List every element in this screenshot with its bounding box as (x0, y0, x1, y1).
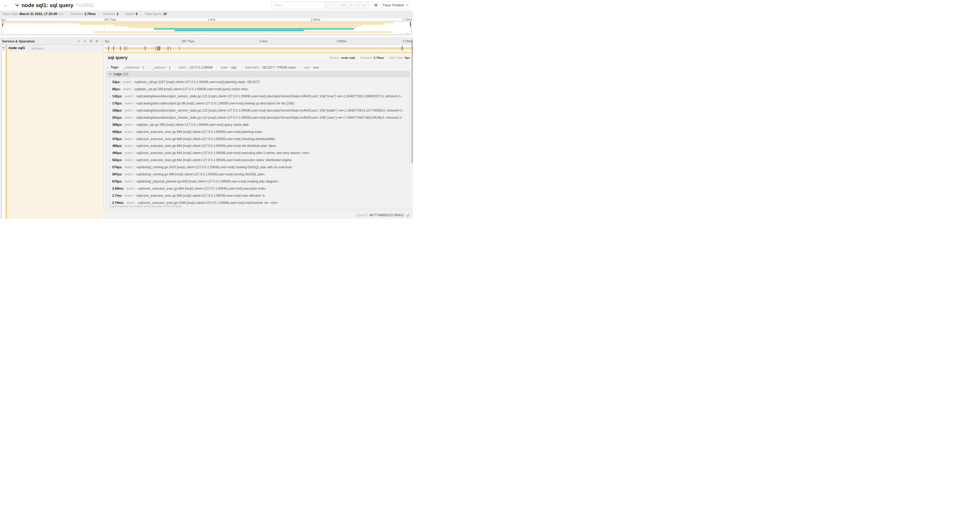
copy-link-icon[interactable] (406, 213, 410, 217)
log-field-key: event (125, 123, 132, 126)
trace-view-selector[interactable]: Trace Timeline (382, 1, 409, 9)
equals-sign: = (133, 151, 135, 155)
vertical-scrollbar[interactable] (412, 40, 413, 163)
log-entry-row[interactable]: ›366μs:event=‹sql/plan_opt.go:358 [nsql1… (107, 121, 410, 128)
keyboard-shortcuts-button[interactable]: ⌘ (372, 1, 380, 9)
chevron-right-icon: › (109, 115, 112, 120)
log-timestamp: 486μs: (112, 144, 123, 148)
span-log-tick-marker (402, 46, 402, 51)
tag-key: user (304, 65, 310, 69)
minimap-span-bar (129, 27, 357, 28)
locate-span-icon[interactable] (342, 3, 346, 7)
back-button[interactable]: ← (0, 0, 12, 11)
span-name-cell[interactable]: node sql1 sql query (0, 45, 103, 52)
minimap-right-scrubber-handle[interactable] (410, 22, 411, 26)
log-entry-row[interactable]: ›678μs:event=‹sql/distsql_physical_plann… (107, 178, 410, 185)
span-row: node sql1 sql query (0, 45, 413, 52)
log-entry-row[interactable]: ›476μs:event=‹sql/conn_executor_exec.go:… (107, 135, 410, 142)
separator (99, 13, 99, 16)
collapse-all-double-chevron-down-icon[interactable] (89, 39, 93, 43)
log-field-key: event (123, 87, 130, 91)
log-timestamp: 495μs: (112, 151, 123, 155)
span-detail-accent-bar (105, 52, 413, 53)
log-entry-row[interactable]: ›2.7ms:event=‹sql/conn_executor_exec.go:… (107, 192, 410, 199)
log-entry-row[interactable]: ›176μs:event=‹sql/catalog/descs/descript… (107, 100, 410, 107)
expand-one-chevron-right-icon[interactable] (83, 39, 87, 43)
find-input[interactable] (272, 1, 324, 9)
separator (358, 56, 358, 59)
collapse-trace-chevron-down-icon[interactable] (15, 4, 19, 6)
column-resize-grip[interactable] (101, 40, 102, 43)
clear-find-close-icon[interactable]: ✕ (363, 3, 366, 7)
collapse-children-chevron-down-icon[interactable] (2, 47, 5, 49)
minimap-span-bar (79, 24, 383, 25)
log-field-value: ‹sql/conn_executor_exec.go:684 [nsql1,cl… (136, 158, 293, 162)
logs-header[interactable]: Logs (18) (107, 71, 410, 77)
chevron-right-icon: › (109, 172, 112, 176)
log-field-value: ‹sql/conn_executor_exec.go:684 [nsql1,cl… (137, 187, 266, 190)
equals-sign: = (133, 158, 135, 162)
log-entry-row[interactable]: ›597μs:event=‹sql/distsql_running.go:498… (107, 171, 410, 178)
expand-all-double-chevron-right-icon[interactable] (95, 39, 99, 43)
tag-key: node (220, 65, 228, 69)
page-title: node sql1: sql query (22, 2, 73, 8)
start-time-label: Start Time: (389, 56, 404, 59)
equals-sign: = (228, 65, 230, 69)
log-entry-row[interactable]: ›495μs:event=‹sql/conn_executor_exec.go:… (107, 150, 410, 156)
tags-row[interactable]: › Tags: _unfinished=1 _verbose=1 client=… (107, 65, 410, 69)
log-timestamp: 678μs: (112, 180, 123, 183)
log-timestamp: 34μs: (112, 80, 121, 84)
log-field-value: ‹sql/conn_executor_exec.go:684 [nsql1,cl… (136, 151, 310, 155)
log-entry-row[interactable]: ›459μs:event=‹sql/conn_executor_exec.go:… (107, 128, 410, 135)
ruler-tick-label: 2.09ms (337, 40, 347, 43)
equals-sign: = (310, 65, 312, 69)
find-next-chevron-down-icon[interactable] (356, 4, 360, 6)
minimap-canvas[interactable] (2, 21, 411, 35)
log-entry-row[interactable]: ›486μs:event=‹sql/conn_executor_exec.go:… (107, 142, 410, 150)
equals-sign: = (133, 180, 135, 183)
minimap-tick-label: 2.09ms (311, 18, 320, 21)
span-detail-panel: sql query Service: node sql1 Duration: 2… (103, 52, 413, 219)
service-operation-header: Service & Operation (0, 38, 103, 44)
equals-sign: = (133, 94, 135, 98)
ruler-tick-label: 0μs (105, 40, 110, 43)
timeline-header-row: Service & Operation 0μs697.75μs1.4ms2.09… (0, 38, 413, 45)
log-entry-row[interactable]: ›34μs:event=‹sql/exec_util.go:2297 [nsql… (107, 78, 410, 86)
collapse-one-chevron-down-icon[interactable] (77, 39, 81, 43)
service-color-stripe (6, 45, 7, 52)
chevron-right-icon: › (109, 193, 112, 198)
find-prev-chevron-up-icon[interactable] (349, 4, 353, 6)
log-entry-row[interactable]: ›189μs:event=‹sql/catalog/lease/descript… (107, 107, 410, 114)
log-timestamp: 189μs: (112, 109, 123, 112)
log-field-value: ‹sql/distsql_running.go:1420 [nsql1,clie… (136, 165, 293, 169)
ruler-tick-label: 2.79ms (402, 40, 412, 43)
equals-sign: = (166, 65, 168, 69)
log-entry-row[interactable]: ›201μs:event=‹sql/catalog/lease/descript… (107, 114, 410, 121)
equals-sign: = (259, 65, 261, 69)
tag-key: statement (245, 65, 259, 69)
log-entry-row[interactable]: ›2.69ms:event=‹sql/conn_executor_exec.go… (107, 185, 410, 192)
tag-item: _unfinished=1 (123, 65, 144, 69)
log-timestamp: 80μs: (112, 87, 121, 91)
minimap-tick-labels: 0μs697.75μs1.4ms2.09ms2.79ms (0, 18, 413, 21)
log-timestamp: 201μs: (112, 116, 123, 120)
find-suffix-controls: ✕ (324, 1, 370, 9)
chevron-right-icon: › (109, 158, 112, 162)
log-entry-row[interactable]: ›574μs:event=‹sql/distsql_running.go:142… (107, 164, 410, 171)
log-timestamp: 2.7ms: (112, 194, 123, 198)
log-entry-row[interactable]: ›502μs:event=‹sql/conn_executor_exec.go:… (107, 156, 410, 164)
logs-list: ›34μs:event=‹sql/exec_util.go:2297 [nsql… (107, 77, 410, 206)
log-entry-row[interactable]: ›142μs:event=‹sql/catalog/lease/descript… (107, 93, 410, 100)
log-entry-row[interactable]: ›80μs:event=‹sql/plan_opt.go:358 [nsql1,… (107, 86, 410, 93)
span-duration-bar[interactable] (105, 47, 412, 50)
equals-sign: = (140, 65, 142, 69)
span-detail-title: sql query (108, 55, 128, 61)
tag-value: root (313, 65, 319, 69)
find-group: ✕ (272, 1, 370, 9)
log-timestamp: 366μs: (112, 123, 123, 126)
span-detail-card: sql query Service: node sql1 Duration: 2… (103, 52, 413, 211)
tag-key: client (178, 65, 186, 69)
separator (67, 13, 67, 16)
minimap-span-bar (114, 25, 362, 26)
chevron-right-icon: › (109, 201, 112, 204)
